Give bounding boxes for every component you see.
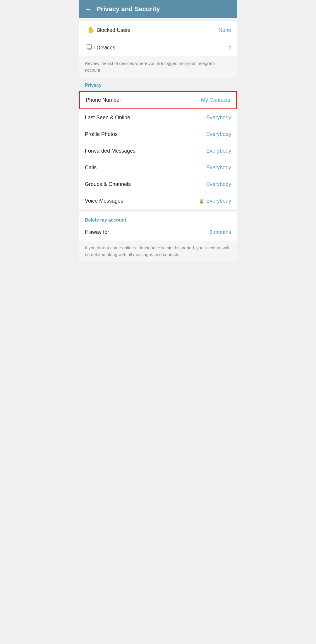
devices-value: 2 — [228, 45, 231, 51]
blocked-users-section: ✋ Blocked Users None — [79, 21, 237, 39]
top-divider — [79, 18, 237, 21]
forwarded-messages-item[interactable]: Forwarded Messages Everybody — [79, 143, 237, 159]
profile-photos-section: Profile Photos Everybody — [79, 126, 237, 143]
if-away-label: If away for — [85, 229, 209, 235]
forwarded-messages-value: Everybody — [206, 148, 231, 154]
if-away-item[interactable]: If away for 6 months — [79, 224, 237, 241]
devices-section: Devices 2 — [79, 39, 237, 56]
middle-divider — [79, 209, 237, 212]
back-button[interactable]: ← — [85, 6, 92, 13]
devices-icon — [85, 44, 97, 51]
phone-number-value: My Contacts — [201, 97, 230, 103]
devices-label: Devices — [97, 45, 228, 51]
profile-photos-value: Everybody — [206, 131, 231, 137]
voice-messages-section: Voice Messages 🔒 Everybody — [79, 193, 237, 209]
blocked-users-label: Blocked Users — [97, 27, 219, 33]
voice-messages-value-container: 🔒 Everybody — [199, 198, 231, 204]
forwarded-messages-label: Forwarded Messages — [85, 148, 206, 154]
groups-channels-item[interactable]: Groups & Channels Everybody — [79, 176, 237, 193]
calls-section: Calls Everybody — [79, 159, 237, 176]
voice-messages-value: Everybody — [206, 198, 231, 204]
last-seen-item[interactable]: Last Seen & Online Everybody — [79, 109, 237, 126]
groups-channels-section: Groups & Channels Everybody — [79, 176, 237, 193]
lock-icon: 🔒 — [199, 198, 205, 204]
delete-description: If you do not come online at least once … — [79, 241, 237, 262]
svg-rect-1 — [92, 46, 94, 49]
devices-item[interactable]: Devices 2 — [79, 39, 237, 56]
devices-description: Review the list of devices where you are… — [79, 56, 237, 77]
groups-channels-label: Groups & Channels — [85, 181, 206, 187]
last-seen-value: Everybody — [206, 115, 231, 121]
profile-photos-label: Profile Photos — [85, 131, 206, 137]
groups-channels-value: Everybody — [206, 181, 231, 187]
calls-value: Everybody — [206, 165, 231, 171]
last-seen-section: Last Seen & Online Everybody — [79, 109, 237, 126]
blocked-users-item[interactable]: ✋ Blocked Users None — [79, 21, 237, 39]
delete-section-header: Delete my account — [85, 217, 231, 223]
svg-rect-0 — [87, 45, 92, 49]
page-title: Privacy and Security — [97, 5, 160, 13]
if-away-section: If away for 6 months — [79, 224, 237, 241]
calls-item[interactable]: Calls Everybody — [79, 159, 237, 176]
forwarded-messages-section: Forwarded Messages Everybody — [79, 143, 237, 159]
profile-photos-item[interactable]: Profile Photos Everybody — [79, 126, 237, 143]
phone-number-item[interactable]: Phone Number My Contacts — [79, 91, 237, 109]
voice-messages-label: Voice Messages — [85, 198, 199, 204]
phone-number-label: Phone Number — [86, 97, 201, 103]
privacy-section-header: Privacy — [79, 77, 237, 91]
if-away-value: 6 months — [209, 229, 231, 235]
calls-label: Calls — [85, 165, 206, 171]
voice-messages-item[interactable]: Voice Messages 🔒 Everybody — [79, 193, 237, 209]
last-seen-label: Last Seen & Online — [85, 115, 206, 121]
blocked-users-value: None — [219, 27, 231, 33]
page-header: ← Privacy and Security — [79, 0, 237, 18]
blocked-users-icon: ✋ — [85, 26, 97, 34]
